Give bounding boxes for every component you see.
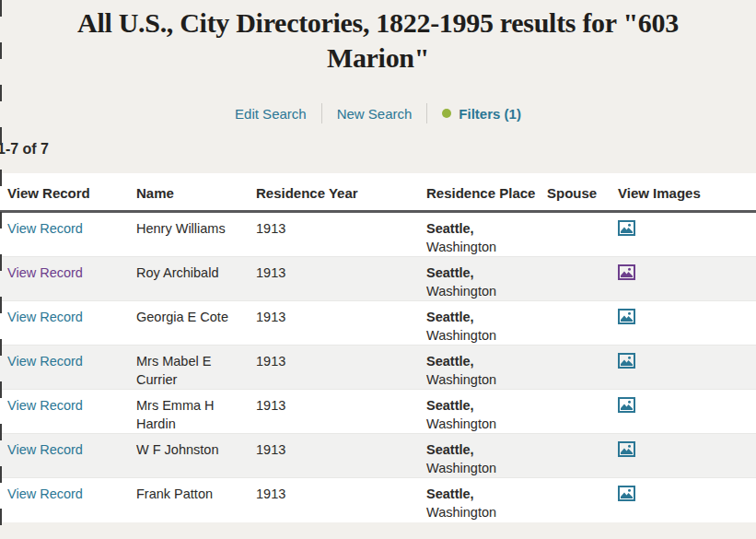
spouse-cell xyxy=(547,346,618,390)
residence-state: Washington xyxy=(426,328,496,343)
toolbar-divider xyxy=(426,103,427,123)
table-row: View Record Henry Williams 1913 Seattle,… xyxy=(0,212,756,257)
residence-year-cell: 1913 xyxy=(256,212,426,257)
col-header-residence-year: Residence Year xyxy=(256,173,426,212)
residence-state: Washington xyxy=(426,505,496,520)
search-toolbar: Edit Search New Search Filters (1) xyxy=(0,103,756,123)
col-header-spouse: Spouse xyxy=(547,173,618,212)
page-title-line-1: All U.S., City Directories, 1822-1995 re… xyxy=(11,6,745,41)
name-cell: W F Johnston xyxy=(136,434,256,478)
filter-active-dot-icon xyxy=(442,109,451,118)
spouse-cell xyxy=(547,434,618,478)
table-row: View Record Mrs Emma H Hardin 1913 Seatt… xyxy=(0,390,756,434)
new-search-link[interactable]: New Search xyxy=(337,106,413,122)
name-cell: Frank Patton xyxy=(136,478,256,522)
table-header-row: View Record Name Residence Year Residenc… xyxy=(0,173,756,212)
view-images-link[interactable] xyxy=(618,309,635,324)
image-icon xyxy=(618,309,635,324)
spouse-cell xyxy=(547,478,618,522)
residence-city: Seattle, xyxy=(426,486,474,501)
col-header-name: Name xyxy=(136,173,256,212)
spouse-cell xyxy=(547,390,618,434)
view-record-link[interactable]: View Record xyxy=(7,221,83,236)
name-cell: Henry Williams xyxy=(136,212,256,257)
image-icon xyxy=(618,353,635,369)
results-count: 1-7 of 7 xyxy=(0,140,756,158)
col-header-view-images: View Images xyxy=(618,173,756,212)
view-images-link[interactable] xyxy=(618,441,635,457)
filters-link[interactable]: Filters (1) xyxy=(442,106,521,122)
residence-place-cell: Seattle,Washington xyxy=(426,257,547,301)
residence-city: Seattle, xyxy=(426,265,474,280)
residence-place-cell: Seattle,Washington xyxy=(426,301,547,346)
residence-city: Seattle, xyxy=(426,398,474,413)
view-images-link[interactable] xyxy=(618,397,635,413)
view-images-link[interactable] xyxy=(618,220,635,236)
residence-place-cell: Seattle,Washington xyxy=(426,478,547,522)
table-row: View Record Roy Archibald 1913 Seattle,W… xyxy=(0,257,756,301)
view-images-link[interactable] xyxy=(618,486,635,501)
name-cell: Mrs Mabel E Currier xyxy=(136,346,256,390)
results-table-container: View Record Name Residence Year Residenc… xyxy=(0,173,756,522)
table-row: View Record W F Johnston 1913 Seattle,Wa… xyxy=(0,434,756,478)
filters-label: Filters (1) xyxy=(459,106,521,122)
residence-city: Seattle, xyxy=(426,442,474,457)
residence-place-cell: Seattle,Washington xyxy=(426,346,547,390)
residence-year-cell: 1913 xyxy=(256,434,426,478)
cropped-left-edge-border xyxy=(0,0,2,539)
residence-state: Washington xyxy=(426,240,496,254)
image-icon xyxy=(618,441,635,457)
col-header-view-record: View Record xyxy=(0,173,136,212)
residence-place-cell: Seattle,Washington xyxy=(426,390,547,434)
residence-year-cell: 1913 xyxy=(256,346,426,390)
image-icon xyxy=(618,264,635,280)
col-header-residence-place: Residence Place xyxy=(426,173,547,212)
residence-place-cell: Seattle,Washington xyxy=(426,434,547,478)
residence-year-cell: 1913 xyxy=(256,390,426,434)
view-record-link[interactable]: View Record xyxy=(7,442,83,457)
residence-state: Washington xyxy=(426,284,496,299)
page-title-line-2: Marion" xyxy=(11,41,745,76)
view-images-link[interactable] xyxy=(618,353,635,369)
residence-city: Seattle, xyxy=(426,310,474,324)
table-row: View Record Frank Patton 1913 Seattle,Wa… xyxy=(0,478,756,522)
residence-state: Washington xyxy=(426,416,496,431)
view-images-link[interactable] xyxy=(618,264,635,280)
view-record-link[interactable]: View Record xyxy=(7,354,83,369)
image-icon xyxy=(618,397,635,413)
residence-year-cell: 1913 xyxy=(256,257,426,301)
name-cell: Roy Archibald xyxy=(136,257,256,301)
edit-search-link[interactable]: Edit Search xyxy=(235,106,307,122)
image-icon xyxy=(618,220,635,236)
residence-city: Seattle, xyxy=(426,221,474,236)
residence-year-cell: 1913 xyxy=(256,301,426,346)
residence-state: Washington xyxy=(426,461,496,475)
toolbar-divider xyxy=(321,103,322,123)
view-record-link[interactable]: View Record xyxy=(7,486,83,501)
spouse-cell xyxy=(547,257,618,301)
spouse-cell xyxy=(547,212,618,257)
results-table: View Record Name Residence Year Residenc… xyxy=(0,173,756,522)
residence-place-cell: Seattle,Washington xyxy=(426,212,547,257)
page-title: All U.S., City Directories, 1822-1995 re… xyxy=(11,6,745,76)
spouse-cell xyxy=(547,301,618,346)
table-row: View Record Mrs Mabel E Currier 1913 Sea… xyxy=(0,346,756,390)
residence-city: Seattle, xyxy=(426,354,474,369)
view-record-link[interactable]: View Record xyxy=(7,398,83,413)
residence-state: Washington xyxy=(426,372,496,387)
residence-year-cell: 1913 xyxy=(256,478,426,522)
table-row: View Record Georgia E Cote 1913 Seattle,… xyxy=(0,301,756,346)
view-record-link[interactable]: View Record xyxy=(7,265,83,280)
image-icon xyxy=(618,486,635,501)
name-cell: Mrs Emma H Hardin xyxy=(136,390,256,434)
view-record-link[interactable]: View Record xyxy=(7,310,83,324)
name-cell: Georgia E Cote xyxy=(136,301,256,346)
